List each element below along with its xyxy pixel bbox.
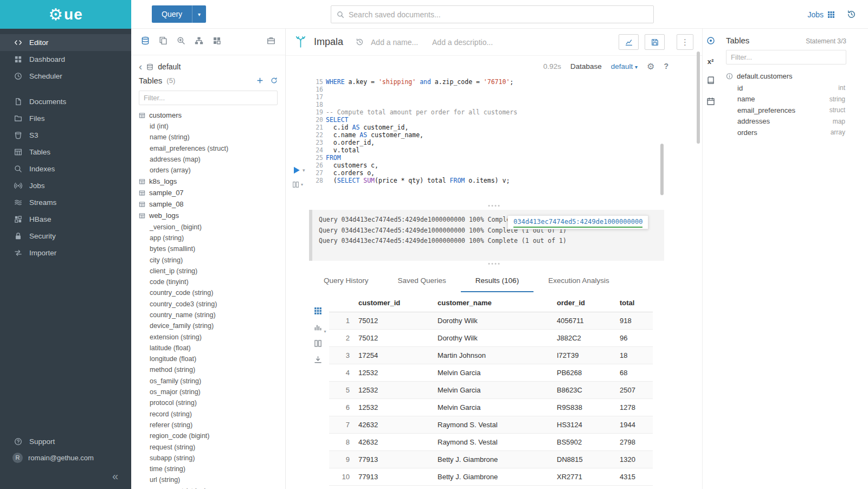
assist-source-tab-sitemap[interactable] (195, 36, 203, 47)
sidebar-item-streams[interactable]: Streams (0, 194, 131, 211)
table-row[interactable]: 842632Raymond S. VestalBS59022798 (329, 434, 653, 451)
column-item[interactable]: country_code3 (string) (131, 299, 285, 310)
sidebar-item-indexes[interactable]: Indexes (0, 160, 131, 177)
back-chevron-icon[interactable]: ‹ (139, 63, 142, 70)
table-row[interactable]: 175012Dorothy Wilk4056711918 (329, 312, 653, 330)
query-id-link[interactable]: 034d413ec7474ed5:4249de1000000000 (513, 218, 642, 228)
query-history-icon[interactable] (847, 10, 856, 19)
column-item[interactable]: time (string) (131, 464, 285, 474)
table-row[interactable]: 317254Martin JohnsonI72T3918 (329, 347, 653, 364)
sidebar-collapse-button[interactable]: « (0, 466, 131, 482)
assist-source-tab-copy[interactable] (159, 36, 168, 47)
column-item[interactable]: os_major (string) (131, 387, 285, 397)
column-item[interactable]: extension (string) (131, 331, 285, 342)
column-item[interactable]: url (string) (131, 474, 285, 485)
execute-button[interactable] (292, 166, 301, 175)
tab-execution-analysis[interactable]: Execution Analysis (533, 271, 624, 292)
hue-logo[interactable]: ⚙ue (0, 0, 131, 29)
query-button[interactable]: Query (152, 5, 192, 23)
results-grid-view-icon[interactable] (314, 307, 322, 317)
save-button[interactable] (645, 34, 665, 50)
assist-filter-input[interactable] (139, 91, 278, 105)
main-scrollbar[interactable] (697, 52, 700, 144)
column-item[interactable]: country_code (string) (131, 287, 285, 298)
column-item[interactable]: device_family (string) (131, 320, 285, 331)
execute-options-caret-icon[interactable]: ▾ (303, 168, 305, 173)
code-content[interactable]: WHERE a.key = 'shipping' and a.zip_code … (326, 78, 697, 184)
assist-source-tab-blocks[interactable] (213, 36, 221, 47)
table-item[interactable]: sample_07 (131, 187, 285, 198)
column-item[interactable]: referer (string) (131, 420, 285, 430)
sidebar-item-s3[interactable]: S3 (0, 127, 131, 144)
query-description-input[interactable] (432, 38, 500, 47)
table-row[interactable]: 612532Melvin GarciaR9S8381278 (329, 399, 653, 416)
assist-source-tab-briefcase[interactable] (267, 36, 275, 47)
column-item[interactable]: ordersarray (737, 127, 845, 138)
settings-gear-icon[interactable]: ⚙ (647, 61, 654, 72)
assist-source-tab-database[interactable] (141, 36, 150, 47)
right-filter-input[interactable] (726, 50, 846, 65)
column-item[interactable]: protocol (string) (131, 397, 285, 408)
functions-icon[interactable]: x² (708, 57, 714, 66)
results-download-icon[interactable] (314, 356, 322, 365)
database-selector[interactable]: default ▾ (611, 62, 638, 70)
resize-handle-bottom[interactable] (488, 263, 500, 265)
sidebar-item-dashboard[interactable]: Dashboard (0, 51, 131, 68)
snippet-history-icon[interactable] (356, 38, 364, 46)
assistant-icon[interactable] (706, 36, 715, 47)
table-item[interactable]: web_logs (131, 210, 285, 221)
jobs-link[interactable]: Jobs (807, 10, 835, 19)
column-item[interactable]: os_family (string) (131, 376, 285, 387)
column-item[interactable]: namestring (737, 94, 845, 105)
resize-handle-top[interactable] (488, 205, 500, 207)
results-columns-icon[interactable] (314, 339, 322, 349)
table-row[interactable]: 512532Melvin GarciaB8623C2507 (329, 382, 653, 399)
language-reference-icon[interactable] (706, 76, 715, 87)
add-table-icon[interactable] (256, 77, 263, 84)
column-item[interactable]: name (string) (131, 132, 285, 143)
column-item[interactable]: orders (array) (131, 165, 285, 176)
table-item[interactable]: customers (131, 110, 285, 121)
snippet-menu-button[interactable]: ▾ (292, 181, 308, 188)
column-item[interactable]: email_preferencesstruct (737, 105, 845, 116)
sidebar-item-tables[interactable]: Tables (0, 144, 131, 160)
sidebar-item-hbase[interactable]: HBase (0, 211, 131, 228)
more-actions-button[interactable]: ⋮ (677, 34, 693, 50)
column-item[interactable]: region_code (bigint) (131, 430, 285, 441)
sidebar-item-editor[interactable]: Editor (0, 34, 131, 51)
column-item[interactable]: code (tinyint) (131, 276, 285, 287)
table-row[interactable]: 275012Dorothy WilkJ882C296 (329, 330, 653, 347)
tab-query-history[interactable]: Query History (309, 271, 383, 292)
table-row[interactable]: 1077913Betty J. GiambroneXR27714315 (329, 468, 653, 486)
tab-saved-queries[interactable]: Saved Queries (383, 271, 461, 292)
table-row[interactable]: 412532Melvin GarciaPB626868 (329, 364, 653, 382)
column-item[interactable]: _version_ (bigint) (131, 221, 285, 232)
refresh-tables-icon[interactable] (271, 77, 278, 84)
search-input[interactable] (349, 10, 648, 19)
column-item[interactable]: addressesmap (737, 116, 845, 127)
column-item[interactable]: longitude (float) (131, 353, 285, 364)
sidebar-item-security[interactable]: Security (0, 228, 131, 244)
schedules-icon[interactable] (706, 97, 715, 108)
table-item[interactable]: k8s_logs (131, 176, 285, 187)
database-name[interactable]: default (158, 62, 181, 71)
results-chart-view-icon[interactable]: ▾ (314, 323, 322, 333)
sidebar-item-files[interactable]: Files (0, 110, 131, 127)
column-item[interactable]: app (string) (131, 233, 285, 243)
sidebar-item-scheduler[interactable]: Scheduler (0, 68, 131, 85)
column-item[interactable]: country_name (string) (131, 310, 285, 320)
active-table-item[interactable]: default.customers (718, 70, 868, 82)
column-item[interactable]: subapp (string) (131, 453, 285, 464)
sidebar-item-support[interactable]: Support (0, 433, 131, 449)
column-item[interactable]: method (string) (131, 364, 285, 375)
tab-results-106[interactable]: Results (106) (461, 271, 533, 292)
editor-scrollbar[interactable] (660, 144, 664, 195)
table-row[interactable]: 742632Raymond S. VestalHS31241944 (329, 416, 653, 434)
sidebar-item-user[interactable]: R romain@gethue.com (0, 449, 131, 466)
sidebar-item-jobs[interactable]: Jobs (0, 177, 131, 194)
column-item[interactable]: user_agent (string) (131, 486, 285, 489)
query-name-input[interactable] (371, 38, 425, 47)
column-item[interactable]: client_ip (string) (131, 266, 285, 276)
assist-source-tab-zoom-plus[interactable] (177, 36, 185, 47)
column-item[interactable]: idint (737, 82, 845, 94)
